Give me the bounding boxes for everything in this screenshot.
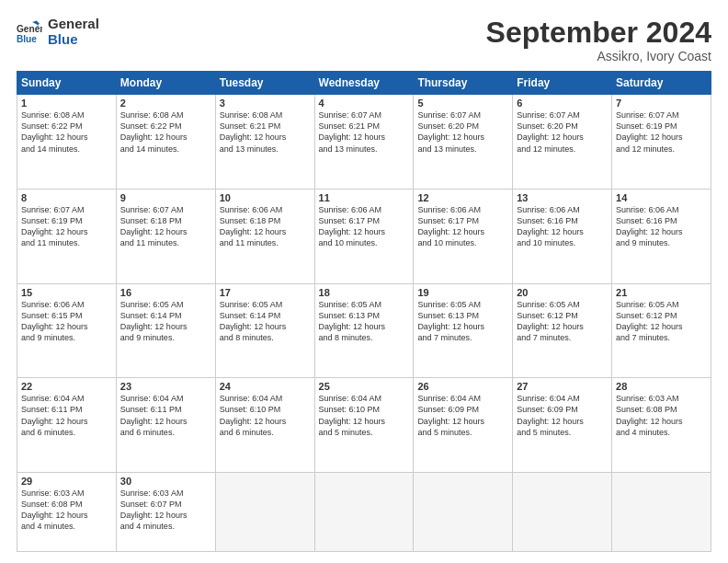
day-info: Sunrise: 6:04 AM Sunset: 6:09 PM Dayligh… <box>417 393 508 438</box>
day-info: Sunrise: 6:07 AM Sunset: 6:19 PM Dayligh… <box>21 204 112 249</box>
th-saturday: Saturday <box>612 72 711 95</box>
day-info: Sunrise: 6:06 AM Sunset: 6:16 PM Dayligh… <box>517 204 608 249</box>
day-number: 7 <box>616 98 707 109</box>
day-number: 19 <box>417 287 508 298</box>
day-info: Sunrise: 6:03 AM Sunset: 6:07 PM Dayligh… <box>120 488 211 533</box>
table-row: 25Sunrise: 6:04 AM Sunset: 6:10 PM Dayli… <box>314 378 414 473</box>
th-tuesday: Tuesday <box>215 72 314 95</box>
day-number: 8 <box>21 192 112 203</box>
header-row: Sunday Monday Tuesday Wednesday Thursday… <box>17 72 711 95</box>
table-row: 22Sunrise: 6:04 AM Sunset: 6:11 PM Dayli… <box>17 378 117 473</box>
table-row: 14Sunrise: 6:06 AM Sunset: 6:16 PM Dayli… <box>612 189 711 283</box>
day-number: 21 <box>616 287 707 298</box>
logo-icon: General Blue <box>17 19 42 45</box>
day-number: 3 <box>220 98 311 109</box>
week-row-4: 22Sunrise: 6:04 AM Sunset: 6:11 PM Dayli… <box>17 378 711 473</box>
table-row: 17Sunrise: 6:05 AM Sunset: 6:14 PM Dayli… <box>215 283 314 378</box>
table-row: 20Sunrise: 6:05 AM Sunset: 6:12 PM Dayli… <box>513 283 612 378</box>
day-number: 27 <box>517 381 608 392</box>
day-info: Sunrise: 6:07 AM Sunset: 6:20 PM Dayligh… <box>517 109 608 155</box>
header: General Blue General Blue September 2024… <box>17 17 711 63</box>
table-row: 15Sunrise: 6:06 AM Sunset: 6:15 PM Dayli… <box>17 283 117 378</box>
day-info: Sunrise: 6:06 AM Sunset: 6:17 PM Dayligh… <box>417 204 508 249</box>
day-info: Sunrise: 6:05 AM Sunset: 6:14 PM Dayligh… <box>220 299 311 344</box>
day-info: Sunrise: 6:06 AM Sunset: 6:18 PM Dayligh… <box>220 204 311 249</box>
table-row: 24Sunrise: 6:04 AM Sunset: 6:10 PM Dayli… <box>215 378 314 473</box>
svg-text:Blue: Blue <box>17 33 37 43</box>
day-info: Sunrise: 6:06 AM Sunset: 6:16 PM Dayligh… <box>616 204 707 249</box>
logo-line1: General <box>48 17 99 32</box>
day-info: Sunrise: 6:07 AM Sunset: 6:19 PM Dayligh… <box>616 109 707 155</box>
day-number: 5 <box>417 98 508 109</box>
th-monday: Monday <box>116 72 215 95</box>
table-row <box>612 473 711 552</box>
day-info: Sunrise: 6:05 AM Sunset: 6:13 PM Dayligh… <box>319 299 410 344</box>
day-number: 11 <box>319 192 410 203</box>
day-info: Sunrise: 6:05 AM Sunset: 6:14 PM Dayligh… <box>120 299 211 344</box>
day-info: Sunrise: 6:07 AM Sunset: 6:20 PM Dayligh… <box>417 109 508 155</box>
table-row: 3Sunrise: 6:08 AM Sunset: 6:21 PM Daylig… <box>215 95 314 190</box>
day-info: Sunrise: 6:04 AM Sunset: 6:11 PM Dayligh… <box>21 393 112 438</box>
day-number: 23 <box>120 381 211 392</box>
day-info: Sunrise: 6:04 AM Sunset: 6:11 PM Dayligh… <box>120 393 211 438</box>
table-row: 16Sunrise: 6:05 AM Sunset: 6:14 PM Dayli… <box>116 283 215 378</box>
table-row: 23Sunrise: 6:04 AM Sunset: 6:11 PM Dayli… <box>116 378 215 473</box>
calendar-subtitle: Assikro, Ivory Coast <box>486 49 711 63</box>
day-number: 4 <box>319 98 410 109</box>
table-row: 21Sunrise: 6:05 AM Sunset: 6:12 PM Dayli… <box>612 283 711 378</box>
day-number: 14 <box>616 192 707 203</box>
day-info: Sunrise: 6:04 AM Sunset: 6:09 PM Dayligh… <box>517 393 608 438</box>
table-row: 4Sunrise: 6:07 AM Sunset: 6:21 PM Daylig… <box>314 95 414 190</box>
day-number: 24 <box>220 381 311 392</box>
day-info: Sunrise: 6:03 AM Sunset: 6:08 PM Dayligh… <box>21 488 112 533</box>
table-row: 18Sunrise: 6:05 AM Sunset: 6:13 PM Dayli… <box>314 283 414 378</box>
day-number: 6 <box>517 98 608 109</box>
table-row <box>513 473 612 552</box>
day-number: 17 <box>220 287 311 298</box>
day-number: 29 <box>21 476 112 487</box>
table-row: 12Sunrise: 6:06 AM Sunset: 6:17 PM Dayli… <box>414 189 513 283</box>
svg-text:General: General <box>17 24 42 34</box>
week-row-3: 15Sunrise: 6:06 AM Sunset: 6:15 PM Dayli… <box>17 283 711 378</box>
day-number: 28 <box>616 381 707 392</box>
day-number: 18 <box>319 287 410 298</box>
th-wednesday: Wednesday <box>314 72 414 95</box>
day-info: Sunrise: 6:08 AM Sunset: 6:22 PM Dayligh… <box>21 109 112 155</box>
table-row <box>414 473 513 552</box>
day-info: Sunrise: 6:03 AM Sunset: 6:08 PM Dayligh… <box>616 393 707 438</box>
day-info: Sunrise: 6:06 AM Sunset: 6:17 PM Dayligh… <box>319 204 410 249</box>
day-number: 15 <box>21 287 112 298</box>
day-number: 20 <box>517 287 608 298</box>
day-number: 25 <box>319 381 410 392</box>
day-number: 26 <box>417 381 508 392</box>
day-number: 10 <box>220 192 311 203</box>
day-number: 9 <box>120 192 211 203</box>
day-info: Sunrise: 6:04 AM Sunset: 6:10 PM Dayligh… <box>220 393 311 438</box>
logo: General Blue General Blue <box>17 17 99 47</box>
day-info: Sunrise: 6:05 AM Sunset: 6:12 PM Dayligh… <box>517 299 608 344</box>
week-row-5: 29Sunrise: 6:03 AM Sunset: 6:08 PM Dayli… <box>17 473 711 552</box>
day-number: 22 <box>21 381 112 392</box>
day-info: Sunrise: 6:05 AM Sunset: 6:12 PM Dayligh… <box>616 299 707 344</box>
table-row: 26Sunrise: 6:04 AM Sunset: 6:09 PM Dayli… <box>414 378 513 473</box>
page: General Blue General Blue September 2024… <box>0 0 728 563</box>
table-row: 30Sunrise: 6:03 AM Sunset: 6:07 PM Dayli… <box>116 473 215 552</box>
th-thursday: Thursday <box>414 72 513 95</box>
table-row: 5Sunrise: 6:07 AM Sunset: 6:20 PM Daylig… <box>414 95 513 190</box>
day-info: Sunrise: 6:08 AM Sunset: 6:22 PM Dayligh… <box>120 109 211 155</box>
day-info: Sunrise: 6:07 AM Sunset: 6:21 PM Dayligh… <box>319 109 410 155</box>
day-number: 2 <box>120 98 211 109</box>
day-info: Sunrise: 6:04 AM Sunset: 6:10 PM Dayligh… <box>319 393 410 438</box>
table-row: 7Sunrise: 6:07 AM Sunset: 6:19 PM Daylig… <box>612 95 711 190</box>
table-row <box>215 473 314 552</box>
week-row-1: 1Sunrise: 6:08 AM Sunset: 6:22 PM Daylig… <box>17 95 711 190</box>
day-number: 1 <box>21 98 112 109</box>
table-row: 19Sunrise: 6:05 AM Sunset: 6:13 PM Dayli… <box>414 283 513 378</box>
logo-line2: Blue <box>48 32 99 48</box>
table-row: 28Sunrise: 6:03 AM Sunset: 6:08 PM Dayli… <box>612 378 711 473</box>
th-friday: Friday <box>513 72 612 95</box>
table-row: 2Sunrise: 6:08 AM Sunset: 6:22 PM Daylig… <box>116 95 215 190</box>
calendar-table: Sunday Monday Tuesday Wednesday Thursday… <box>17 71 711 552</box>
day-number: 13 <box>517 192 608 203</box>
table-row: 9Sunrise: 6:07 AM Sunset: 6:18 PM Daylig… <box>116 189 215 283</box>
